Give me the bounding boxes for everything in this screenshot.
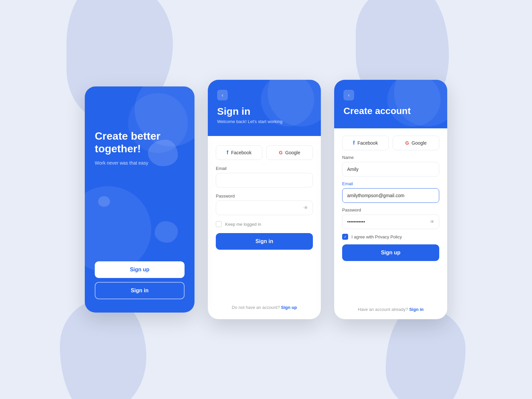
signin-eye-icon[interactable]: 👁	[304, 205, 308, 210]
signin-password-group: Password 👁	[216, 194, 313, 215]
welcome-content: Create better together! Work never was t…	[95, 130, 185, 166]
screens-container: Create better together! Work never was t…	[85, 80, 447, 319]
create-password-wrapper: 👁	[342, 214, 439, 229]
create-name-group: Name	[342, 155, 439, 177]
google-icon: G	[279, 150, 283, 155]
create-eye-icon[interactable]: 👁	[430, 219, 435, 224]
create-name-label: Name	[342, 155, 439, 160]
signin-facebook-button[interactable]: f Facebook	[216, 145, 262, 160]
create-social-row: f Facebook G Google	[342, 136, 439, 150]
signin-google-button[interactable]: G Google	[266, 145, 313, 160]
signin-social-row: f Facebook G Google	[216, 145, 313, 160]
welcome-buttons: Sign up Sign in	[95, 261, 185, 299]
signin-keep-logged-label: Keep me logged in	[225, 222, 261, 227]
signin-keep-logged-checkbox[interactable]	[216, 221, 222, 227]
create-email-label: Email	[342, 181, 439, 186]
signin-facebook-label: Facebook	[231, 150, 251, 155]
create-name-wrapper	[342, 162, 439, 177]
create-header: ‹ Create account	[334, 80, 447, 128]
welcome-blob-small	[98, 196, 110, 207]
create-bottom-link: Have an account already? Sign in	[342, 307, 439, 312]
facebook-icon: f	[227, 150, 228, 156]
signin-button[interactable]: Sign in	[216, 233, 313, 250]
signin-no-account-text: Do not have an account?	[232, 305, 281, 310]
signin-email-group: Email	[216, 166, 313, 188]
create-privacy-label: I agree with Privacy Policy	[351, 234, 402, 239]
signin-title: Sign in	[217, 106, 312, 117]
welcome-signin-button[interactable]: Sign in	[95, 282, 185, 299]
create-email-input[interactable]	[342, 188, 439, 203]
signin-email-wrapper	[216, 173, 313, 188]
create-password-label: Password	[342, 207, 439, 212]
welcome-signup-button[interactable]: Sign up	[95, 261, 185, 278]
create-facebook-icon: f	[353, 140, 355, 146]
create-google-button[interactable]: G Google	[393, 136, 439, 150]
signin-body: f Facebook G Google Email Password	[208, 136, 321, 319]
signin-bottom-link: Do not have an account? Sign up	[216, 305, 313, 310]
create-name-input[interactable]	[342, 162, 439, 177]
create-password-input[interactable]	[342, 214, 439, 229]
signin-back-button[interactable]: ‹	[217, 90, 228, 100]
create-google-label: Google	[412, 140, 427, 146]
welcome-subtitle: Work never was that easy	[95, 160, 185, 167]
welcome-screen: Create better together! Work never was t…	[85, 86, 195, 313]
welcome-blob-bottom	[155, 221, 178, 243]
signin-screen: ‹ Sign in Welcome back! Let's start work…	[208, 80, 321, 319]
create-have-account-text: Have an account already?	[358, 307, 409, 312]
create-signup-button[interactable]: Sign up	[342, 244, 439, 261]
create-email-group: Email	[342, 181, 439, 203]
create-title: Create account	[343, 106, 438, 116]
signin-password-label: Password	[216, 194, 313, 199]
create-privacy-row: ✓ I agree with Privacy Policy	[342, 234, 439, 240]
signin-subtitle: Welcome back! Let's start working	[217, 119, 312, 124]
signin-signup-link[interactable]: Sign up	[281, 305, 297, 310]
signin-keep-logged-row: Keep me logged in	[216, 221, 313, 227]
create-password-group: Password 👁	[342, 207, 439, 229]
welcome-title: Create better together!	[95, 130, 185, 155]
signin-google-label: Google	[285, 150, 300, 155]
create-email-wrapper	[342, 188, 439, 203]
create-body: f Facebook G Google Name Email	[334, 128, 447, 319]
signin-password-wrapper: 👁	[216, 200, 313, 215]
create-back-button[interactable]: ‹	[343, 90, 354, 100]
create-facebook-button[interactable]: f Facebook	[342, 136, 389, 150]
create-privacy-checkbox[interactable]: ✓	[342, 234, 348, 240]
create-account-screen: ‹ Create account f Facebook G Google Nam…	[334, 80, 447, 319]
signin-email-input[interactable]	[216, 173, 313, 188]
signin-header: ‹ Sign in Welcome back! Let's start work…	[208, 80, 321, 136]
signin-email-label: Email	[216, 166, 313, 171]
bg-decoration-4	[386, 306, 466, 399]
welcome-circle-3	[85, 186, 151, 273]
signin-password-input[interactable]	[216, 200, 313, 215]
create-google-icon: G	[405, 140, 409, 146]
create-header-bg	[334, 80, 447, 128]
create-signin-link[interactable]: Sign in	[409, 307, 424, 312]
create-facebook-label: Facebook	[357, 140, 378, 146]
